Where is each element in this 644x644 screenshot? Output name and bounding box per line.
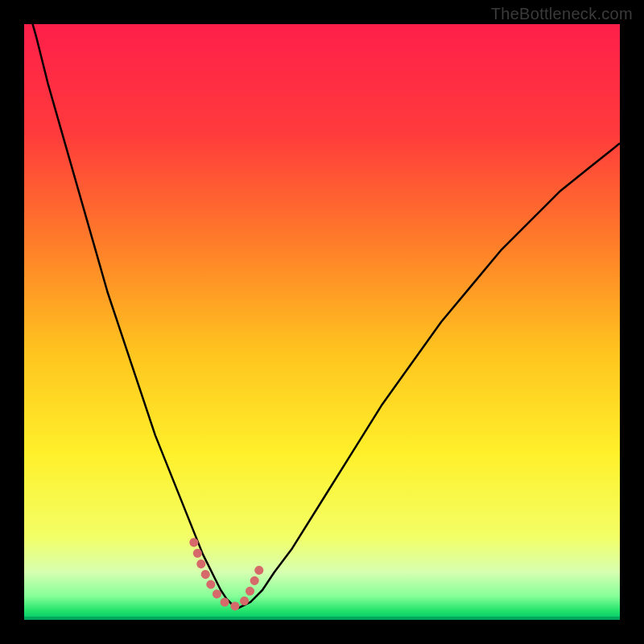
watermark-text: TheBottleneck.com xyxy=(491,5,633,23)
plot-area xyxy=(24,24,620,620)
gradient-background xyxy=(24,24,620,620)
baseline-strip xyxy=(24,617,620,620)
chart-svg xyxy=(24,24,620,620)
outer-frame: TheBottleneck.com xyxy=(0,0,644,644)
